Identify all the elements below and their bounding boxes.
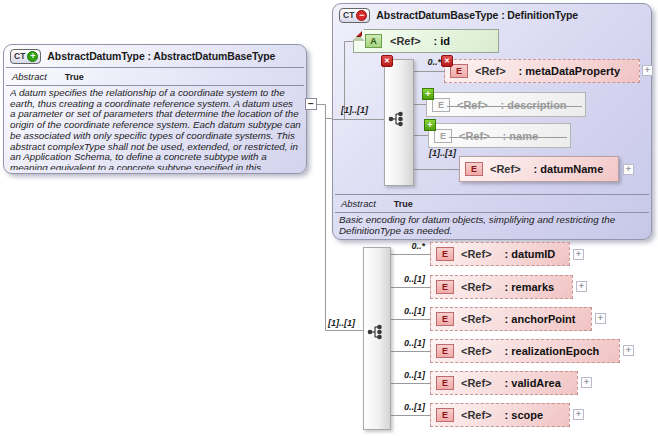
element-icon: E bbox=[436, 408, 454, 422]
element-ref: <Ref> bbox=[461, 377, 492, 389]
cardinality-label: 0..[1] bbox=[391, 274, 425, 284]
x-badge-icon: ✕ bbox=[381, 55, 393, 67]
attribute-name: : id bbox=[434, 35, 451, 47]
element-box-datumname[interactable]: E <Ref> : datumName bbox=[459, 156, 619, 182]
expand-plus-icon[interactable]: + bbox=[573, 409, 584, 420]
cardinality-label: 0..[1] bbox=[391, 370, 425, 380]
abstract-label: Abstract bbox=[341, 198, 376, 209]
element-icon: E bbox=[436, 280, 454, 294]
x-badge-icon: ✕ bbox=[441, 55, 453, 67]
element-ref: <Ref> bbox=[461, 281, 492, 293]
cardinality-label: 0..[1] bbox=[391, 338, 425, 348]
abstract-value: True bbox=[394, 199, 413, 209]
element-box-anchorpoint[interactable]: E <Ref> : anchorPoint bbox=[430, 307, 592, 331]
element-ref: <Ref> bbox=[461, 313, 492, 325]
element-ref: <Ref> bbox=[461, 248, 492, 260]
attribute-box-id[interactable]: ✕ A <Ref> : id bbox=[353, 29, 499, 53]
element-box-datumid[interactable]: E <Ref> : datumID bbox=[430, 242, 570, 266]
expand-plus-icon[interactable]: + bbox=[623, 345, 634, 356]
element-ref: <Ref> bbox=[490, 163, 521, 175]
expand-plus-icon[interactable]: + bbox=[623, 164, 634, 175]
element-name: : datumID bbox=[505, 248, 556, 260]
attribute-ref: <Ref> bbox=[390, 35, 421, 47]
element-box-validarea[interactable]: E <Ref> : validArea bbox=[430, 371, 578, 395]
element-icon: E bbox=[436, 376, 454, 390]
strikethrough-line bbox=[449, 137, 567, 138]
divider bbox=[335, 194, 649, 195]
cardinality-label: [1]..[1] bbox=[419, 148, 456, 158]
element-name: : realizationEpoch bbox=[505, 345, 600, 357]
cardinality-label: 0..* bbox=[417, 57, 441, 67]
element-icon: E bbox=[450, 64, 468, 78]
element-ref: <Ref> bbox=[457, 99, 488, 111]
complextype-icon: CT − bbox=[339, 8, 370, 23]
type-header: CT + AbstractDatumType : AbstractDatumBa… bbox=[4, 45, 306, 67]
element-name: : datumName bbox=[534, 163, 604, 175]
complextype-box-abstractdatumtype: CT + AbstractDatumType : AbstractDatumBa… bbox=[3, 44, 307, 174]
cardinality-label: 0..[1] bbox=[391, 402, 425, 412]
element-icon: E bbox=[436, 344, 454, 358]
abstract-label: Abstract bbox=[12, 71, 47, 82]
expand-plus-icon[interactable]: + bbox=[576, 281, 587, 292]
type-title: AbstractDatumBaseType : DefinitionType bbox=[376, 9, 578, 21]
strikethrough-line bbox=[447, 106, 582, 107]
element-name: : scope bbox=[505, 409, 544, 421]
complextype-box-abstractdatumbasetype: CT − AbstractDatumBaseType : DefinitionT… bbox=[332, 3, 652, 240]
element-icon: E bbox=[434, 129, 452, 143]
expand-plus-icon[interactable]: + bbox=[595, 313, 606, 324]
abstract-row: Abstract True bbox=[12, 69, 300, 84]
element-box-realizationepoch[interactable]: E <Ref> : realizationEpoch bbox=[430, 339, 620, 363]
element-ref: <Ref> bbox=[475, 65, 506, 77]
sequence-icon bbox=[387, 109, 407, 129]
divider bbox=[335, 212, 649, 213]
expand-plus-icon[interactable]: + bbox=[27, 51, 38, 62]
collapse-minus-icon[interactable]: − bbox=[305, 98, 317, 110]
annotation-text: A datum specifies the relationship of a … bbox=[10, 88, 301, 170]
type-title: AbstractDatumType : AbstractDatumBaseTyp… bbox=[47, 50, 275, 62]
expand-plus-icon[interactable]: + bbox=[573, 249, 584, 260]
cardinality-label: 0..* bbox=[393, 241, 425, 251]
element-name: : validArea bbox=[505, 377, 561, 389]
element-icon: E bbox=[436, 247, 454, 261]
complextype-icon: CT + bbox=[10, 49, 41, 64]
cardinality-label: [1]..[1] bbox=[328, 318, 355, 328]
element-icon: E bbox=[436, 312, 454, 326]
element-name: : metaDataProperty bbox=[519, 65, 620, 77]
x-badge-icon: ✕ bbox=[350, 25, 362, 37]
element-ref: <Ref> bbox=[461, 345, 492, 357]
expand-plus-icon[interactable]: + bbox=[581, 377, 592, 388]
sequence-icon bbox=[366, 322, 386, 342]
element-name: : name bbox=[503, 130, 538, 142]
abstract-value: True bbox=[65, 72, 84, 82]
expand-plus-icon[interactable]: + bbox=[642, 65, 653, 76]
plus-badge-icon: + bbox=[424, 119, 436, 131]
element-box-remarks[interactable]: E <Ref> : remarks bbox=[430, 275, 573, 299]
element-box-description[interactable]: + E <Ref> : description bbox=[426, 92, 586, 117]
element-name: : anchorPoint bbox=[505, 313, 576, 325]
element-ref: <Ref> bbox=[461, 409, 492, 421]
element-name: : description bbox=[501, 99, 567, 111]
attribute-icon: A bbox=[365, 34, 382, 48]
abstract-row: Abstract True bbox=[341, 196, 645, 211]
cardinality-label: [1]..[1] bbox=[341, 105, 368, 115]
cardinality-label: 0..[1] bbox=[391, 306, 425, 316]
collapse-minus-icon[interactable]: − bbox=[356, 10, 367, 21]
element-box-metadataproperty[interactable]: ✕ E <Ref> : metaDataProperty bbox=[444, 59, 640, 83]
annotation-text: Basic encoding for datum objects, simpli… bbox=[339, 215, 646, 236]
element-icon: E bbox=[465, 162, 483, 176]
element-box-scope[interactable]: E <Ref> : scope bbox=[430, 403, 570, 427]
divider bbox=[6, 67, 304, 68]
element-box-name[interactable]: + E <Ref> : name bbox=[428, 123, 571, 148]
schema-diagram-canvas: CT + AbstractDatumType : AbstractDatumBa… bbox=[0, 0, 658, 436]
divider bbox=[6, 85, 304, 86]
plus-badge-icon: + bbox=[422, 88, 434, 100]
element-ref: <Ref> bbox=[459, 130, 490, 142]
element-name: : remarks bbox=[505, 281, 555, 293]
type-header: CT − AbstractDatumBaseType : DefinitionT… bbox=[333, 4, 651, 26]
element-icon: E bbox=[432, 98, 450, 112]
